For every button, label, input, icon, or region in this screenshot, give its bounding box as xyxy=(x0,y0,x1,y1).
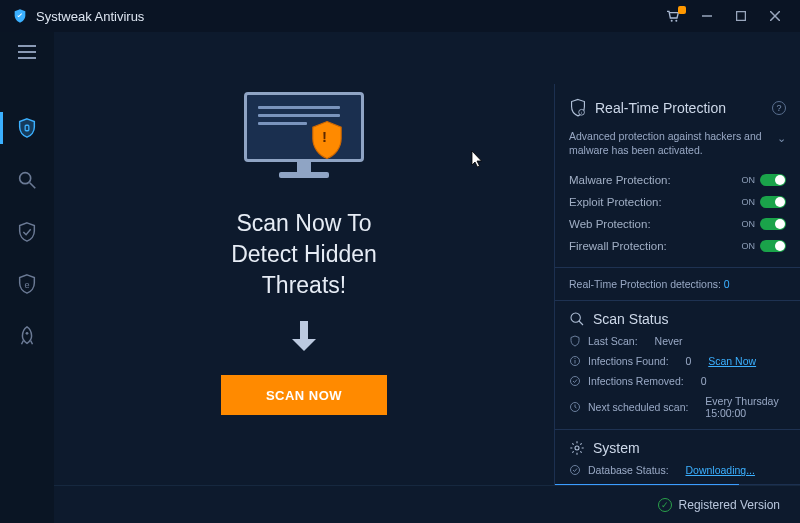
system-title: System xyxy=(593,440,640,456)
footer: ✓ Registered Version xyxy=(54,485,800,523)
footer-text: Registered Version xyxy=(679,498,780,512)
down-arrow-icon xyxy=(290,321,318,353)
toggle-row-firewall: Firewall Protection: ON xyxy=(569,235,786,257)
cart-button[interactable] xyxy=(656,4,690,28)
scan-status-title: Scan Status xyxy=(593,311,669,327)
minimize-button[interactable] xyxy=(690,4,724,28)
database-status-row: Database Status: Downloading... xyxy=(569,464,786,476)
exploit-toggle[interactable] xyxy=(760,196,786,208)
chevron-down-icon[interactable]: ⌄ xyxy=(777,132,786,146)
check-circle-icon xyxy=(569,375,581,387)
svg-point-1 xyxy=(675,20,677,22)
svg-point-13 xyxy=(26,332,29,335)
malware-toggle[interactable] xyxy=(760,174,786,186)
svg-point-22 xyxy=(571,377,580,386)
help-button[interactable]: ? xyxy=(772,101,786,115)
svg-text:i: i xyxy=(581,110,582,115)
svg-point-10 xyxy=(20,173,31,184)
app-logo-icon xyxy=(12,8,28,24)
info-icon xyxy=(569,355,581,367)
titlebar: Systweak Antivirus xyxy=(0,0,800,32)
headline-text: Scan Now To Detect Hidden Threats! xyxy=(231,208,377,301)
maximize-button[interactable] xyxy=(724,4,758,28)
shield-check-icon xyxy=(569,335,581,347)
cart-badge-icon xyxy=(678,6,686,14)
svg-point-21 xyxy=(575,358,576,359)
registered-check-icon: ✓ xyxy=(658,498,672,512)
infections-removed-row: Infections Removed: 0 xyxy=(569,375,786,387)
sidebar-item-protection[interactable] xyxy=(0,206,54,258)
sidebar: e xyxy=(0,32,54,523)
infections-found-row: Infections Found: 0 Scan Now xyxy=(569,355,786,367)
web-toggle[interactable] xyxy=(760,218,786,230)
svg-rect-14 xyxy=(300,321,308,339)
sidebar-item-boost[interactable] xyxy=(0,310,54,362)
shield-info-icon: i xyxy=(569,98,587,118)
close-button[interactable] xyxy=(758,4,792,28)
rtp-description: Advanced protection against hackers and … xyxy=(569,130,771,157)
svg-point-25 xyxy=(571,466,580,475)
app-title: Systweak Antivirus xyxy=(36,9,144,24)
svg-point-17 xyxy=(571,313,580,322)
right-panel: i Real-Time Protection ? Advanced protec… xyxy=(554,84,800,523)
clock-icon xyxy=(569,401,581,413)
svg-point-0 xyxy=(671,20,673,22)
sidebar-item-quarantine[interactable]: e xyxy=(0,258,54,310)
svg-text:e: e xyxy=(24,280,29,290)
svg-line-11 xyxy=(30,183,36,189)
last-scan-row: Last Scan: Never xyxy=(569,335,786,347)
toggle-row-exploit: Exploit Protection: ON xyxy=(569,191,786,213)
svg-rect-3 xyxy=(737,12,746,21)
main-content: ! Scan Now To Detect Hidden Threats! SCA… xyxy=(54,32,554,523)
svg-line-18 xyxy=(579,321,583,325)
scan-status-icon xyxy=(569,311,585,327)
svg-point-24 xyxy=(575,446,579,450)
monitor-illustration: ! xyxy=(244,92,364,182)
sidebar-item-home[interactable] xyxy=(0,102,54,154)
system-icon xyxy=(569,440,585,456)
scan-now-link[interactable]: Scan Now xyxy=(708,355,756,367)
check-circle-icon xyxy=(569,464,581,476)
sidebar-item-scan[interactable] xyxy=(0,154,54,206)
database-status-value[interactable]: Downloading... xyxy=(685,464,754,476)
firewall-toggle[interactable] xyxy=(760,240,786,252)
toggle-row-malware: Malware Protection: ON xyxy=(569,169,786,191)
rtp-detections: Real-Time Protection detections: 0 xyxy=(569,278,786,290)
hamburger-button[interactable] xyxy=(0,32,54,72)
exclamation-icon: ! xyxy=(322,128,327,145)
rtp-title: Real-Time Protection xyxy=(595,100,726,116)
toggle-row-web: Web Protection: ON xyxy=(569,213,786,235)
scan-now-button[interactable]: SCAN NOW xyxy=(221,375,387,415)
next-scan-row: Next scheduled scan: Every Thursday 15:0… xyxy=(569,395,786,419)
alert-shield-icon xyxy=(310,120,344,160)
